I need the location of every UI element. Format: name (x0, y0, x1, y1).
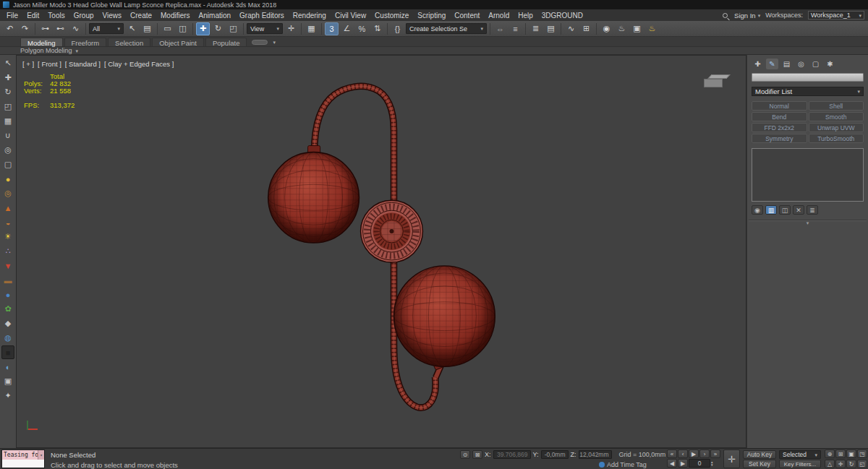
front-viewport[interactable]: [ + ] [ Front ] [ Standard ] [ Clay + Ed… (16, 55, 746, 448)
cup-tool-icon[interactable]: ◒ (1, 215, 14, 229)
make-unique-icon[interactable]: ◫ (779, 205, 791, 215)
unlink-selection-icon[interactable]: ⊷ (54, 22, 67, 35)
toggle-ribbon-icon[interactable]: ▤ (544, 22, 558, 35)
rendered-frame-window-icon[interactable]: ▣ (630, 22, 644, 35)
sign-in-button[interactable]: Sign In ▾ (734, 12, 760, 20)
tab-freeform[interactable]: Freeform (64, 38, 107, 46)
remove-modifier-icon[interactable]: ✕ (793, 205, 804, 215)
menu-arnold[interactable]: Arnold (484, 12, 514, 20)
percent-snap-icon[interactable]: % (355, 22, 369, 35)
z-coordinate-field[interactable]: 12,042mm (579, 450, 612, 459)
modifier-list-dropdown[interactable]: Modifier List ▾ (752, 87, 864, 96)
x-coordinate-field[interactable]: 39.706,869 (493, 450, 531, 459)
scale-tool-icon[interactable]: ◰ (1, 100, 14, 113)
window-crossing-icon[interactable]: ◫ (176, 22, 190, 35)
orbit-icon[interactable]: ↻ (846, 460, 856, 468)
menu-3dground[interactable]: 3DGROUND (537, 12, 587, 20)
upper-globe[interactable] (268, 152, 359, 244)
sun-light-icon[interactable]: ☀ (1, 230, 14, 244)
menu-customize[interactable]: Customize (370, 12, 413, 20)
key-step-forward-icon[interactable]: ▶ (678, 459, 688, 468)
angle-snap-icon[interactable]: ∠ (340, 22, 354, 35)
leaf-icon[interactable]: ✿ (1, 302, 14, 316)
y-coordinate-field[interactable]: -0,0mm (541, 450, 569, 459)
sphere-primitive-icon[interactable]: ● (1, 172, 14, 186)
viewcube-front-face[interactable] (704, 79, 723, 87)
macro-recorder-line[interactable]: Teasing for ▾ (2, 450, 44, 460)
modifier-button-turbosmooth[interactable]: TurboSmooth (809, 134, 864, 143)
tab-selection[interactable]: Selection (108, 38, 150, 46)
previous-frame-icon[interactable]: ‹ (678, 449, 688, 458)
play-animation-icon[interactable]: ▶ (689, 449, 699, 458)
reference-coordinate-dropdown[interactable]: View ▾ (247, 23, 283, 34)
tab-populate[interactable]: Populate (205, 38, 247, 46)
workspace-dropdown[interactable]: Workspace_1 ▾ (808, 11, 864, 20)
snaps-toggle-icon[interactable]: 3 (325, 22, 339, 35)
mirror-icon[interactable]: ⇔ (493, 22, 507, 35)
menu-create[interactable]: Create (126, 12, 156, 20)
menu-edit[interactable]: Edit (22, 12, 43, 20)
viewport-view-menu[interactable]: [ Front ] (38, 60, 61, 68)
modifier-button-shell[interactable]: Shell (809, 101, 864, 111)
maximize-viewport-icon[interactable]: ◱ (857, 460, 867, 468)
menu-content[interactable]: Content (450, 12, 484, 20)
torus-primitive-icon[interactable]: ◎ (1, 186, 14, 200)
select-and-manipulate-icon[interactable]: ✛ (284, 22, 298, 35)
zoom-icon[interactable]: ⊕ (825, 449, 835, 458)
auto-key-button[interactable]: Auto Key (743, 450, 776, 459)
globe-icon[interactable]: ◐ (1, 360, 14, 374)
select-and-move-icon[interactable]: ✚ (196, 22, 210, 35)
menu-group[interactable]: Group (69, 12, 98, 20)
particles-icon[interactable]: ∴ (1, 244, 14, 258)
polygon-modeling-panel[interactable]: Polygon Modeling (20, 47, 72, 54)
field-of-view-icon[interactable]: △ (825, 460, 835, 468)
selection-filter-dropdown[interactable]: All ▾ (89, 23, 124, 34)
object-name-field[interactable] (752, 73, 864, 82)
select-and-link-icon[interactable]: ⊶ (38, 22, 52, 35)
zoom-extents-icon[interactable]: ▣ (846, 449, 856, 458)
render-setup-icon[interactable]: ♨ (615, 22, 629, 35)
move-tool-icon[interactable]: ✚ (1, 71, 14, 85)
utilities-tab-icon[interactable]: ✱ (824, 59, 836, 69)
viewport-shading-menu[interactable]: [ Clay + Edged Faces ] (104, 60, 174, 68)
grid-tool-icon[interactable]: ▦ (1, 114, 14, 128)
search-icon[interactable] (723, 13, 728, 18)
redo-icon[interactable]: ↷ (18, 22, 32, 35)
menu-graph-editors[interactable]: Graph Editors (235, 12, 289, 20)
viewport-menu-plus[interactable]: [ + ] (22, 60, 34, 68)
tab-modeling[interactable]: Modeling (20, 38, 63, 46)
modifier-stack[interactable] (752, 148, 864, 202)
motion-tab-icon[interactable]: ◎ (795, 59, 807, 69)
menu-scripting[interactable]: Scripting (413, 12, 450, 20)
create-tab-icon[interactable]: ✚ (752, 59, 764, 69)
edit-named-sets-icon[interactable]: {} (391, 22, 404, 35)
render-icon[interactable]: ♨ (645, 22, 659, 35)
viewport-renderer-menu[interactable]: [ Standard ] (65, 60, 101, 68)
viewcube-top-face[interactable] (707, 74, 730, 79)
water-icon[interactable]: ◍ (1, 331, 14, 345)
dark-tool-icon[interactable]: ■ (1, 345, 14, 359)
menu-views[interactable]: Views (98, 12, 127, 20)
select-object-icon[interactable]: ↖ (125, 22, 139, 35)
modifier-button-ffd[interactable]: FFD 2x2x2 (752, 123, 807, 132)
modifier-button-smooth[interactable]: Smooth (809, 112, 864, 121)
spinner-snap-icon[interactable]: ⇅ (370, 22, 384, 35)
named-selection-sets-dropdown[interactable]: Create Selection Se ▾ (406, 23, 487, 34)
menu-file[interactable]: File (2, 12, 22, 20)
go-to-end-icon[interactable]: » (710, 449, 720, 458)
listener-scroll-icon[interactable]: ▾ (38, 450, 44, 460)
tab-object-paint[interactable]: Object Paint (152, 38, 204, 46)
schematic-view-icon[interactable]: ⊞ (579, 22, 593, 35)
viewcube[interactable] (704, 74, 730, 89)
cone-primitive-icon[interactable]: ▲ (1, 201, 14, 215)
menu-civil-view[interactable]: Civil View (331, 12, 370, 20)
panel-scroll-handle[interactable]: ▾ (747, 221, 868, 225)
key-step-back-icon[interactable]: ◀ (667, 459, 677, 468)
next-frame-icon[interactable]: › (699, 449, 710, 458)
diamond-tool-icon[interactable]: ◆ (1, 317, 14, 330)
keyboard-shortcut-override-icon[interactable]: ▦ (305, 22, 318, 35)
magnet-snap-icon[interactable]: ∪ (1, 129, 14, 142)
selection-region-icon[interactable]: ▭ (161, 22, 174, 35)
modifier-button-symmetry[interactable]: Symmetry (752, 134, 807, 143)
maxscript-mini-listener[interactable]: Teasing for ▾ (1, 449, 45, 468)
